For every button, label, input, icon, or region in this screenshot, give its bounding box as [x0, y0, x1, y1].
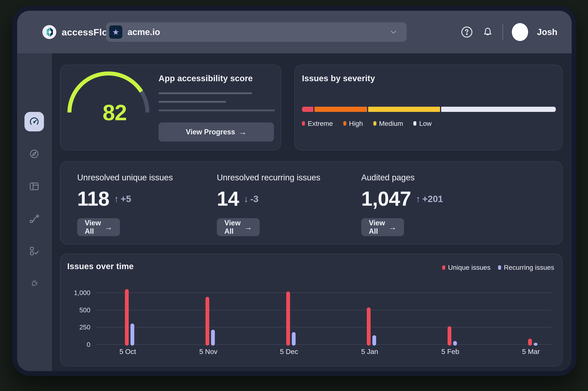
severity-segment-low	[441, 107, 556, 112]
route-icon	[29, 213, 40, 224]
bar-recurring-issues-5-Oct	[131, 323, 134, 346]
avatar[interactable]	[512, 23, 528, 41]
chart-legend: Unique issues Recurring issues	[442, 264, 554, 271]
project-name: acme.io	[128, 27, 389, 37]
arrow-right-icon: →	[388, 223, 396, 232]
bar-recurring-issues-5-Jan	[372, 335, 376, 346]
skeleton-line	[158, 101, 226, 103]
sidebar-item-pages[interactable]	[24, 177, 44, 196]
bar-unique-issues-5-Jan	[367, 307, 370, 346]
legend-label: Low	[419, 120, 432, 127]
stat-delta-value: +201	[422, 194, 443, 204]
view-all-label: View All	[85, 219, 101, 235]
stat-label: Unresolved recurring issues	[217, 173, 320, 182]
chart-legend-item-unique-issues: Unique issues	[442, 264, 491, 271]
stat-value: 14	[217, 187, 239, 210]
gauge-icon	[29, 116, 40, 127]
gridline-250	[96, 327, 551, 327]
project-selector[interactable]: ★ acme.io	[106, 22, 407, 42]
bar-unique-issues-5-Nov	[206, 297, 209, 346]
x-axis-tick-label: 5 Jan	[350, 348, 389, 356]
user-name: Josh	[537, 27, 557, 37]
stat-delta-value: -3	[250, 194, 258, 204]
stat-delta: ↑ +201	[416, 194, 443, 204]
sidebar-item-integrations[interactable]	[24, 274, 44, 293]
x-axis-tick-label: 5 Dec	[269, 348, 309, 356]
arrow-down-icon: ↓	[244, 194, 248, 204]
topbar-divider	[503, 23, 503, 41]
bar-unique-issues-5-Feb	[447, 326, 451, 346]
severity-legend-item-high: High	[343, 120, 363, 127]
y-axis-tick-label: 0	[65, 341, 90, 349]
accessflow-logo-icon	[42, 25, 57, 39]
gridline-0	[96, 344, 551, 345]
legend-label: Medium	[379, 120, 403, 127]
skeleton-line	[158, 92, 252, 94]
score-card-title: App accessibility score	[158, 74, 253, 83]
x-axis-tick-label: 5 Oct	[108, 348, 147, 356]
brand: accessFlow	[42, 11, 115, 53]
layout-icon	[29, 181, 40, 192]
sidebar-nav	[17, 53, 52, 371]
top-right-actions: Josh	[461, 11, 557, 53]
bar-recurring-issues-5-Mar	[534, 343, 537, 346]
severity-segment-medium	[368, 107, 440, 112]
legend-dot	[413, 121, 416, 126]
bar-chart-plot-area	[96, 287, 551, 346]
sidebar-item-flows[interactable]	[24, 209, 44, 229]
page-background: accessFlow ★ acme.io Josh	[0, 0, 588, 391]
gridline-500	[96, 310, 551, 310]
stat-label: Audited pages	[361, 173, 415, 182]
severity-card-title: Issues by severity	[302, 74, 375, 83]
legend-dot	[442, 265, 445, 270]
x-axis-tick-label: 5 Nov	[188, 348, 228, 356]
chevron-down-icon	[389, 27, 398, 37]
sidebar-item-explore[interactable]	[24, 144, 44, 164]
score-gauge: 82	[67, 71, 150, 116]
gridline-1000	[96, 293, 551, 293]
bar-recurring-issues-5-Feb	[453, 341, 457, 346]
x-axis-tick-label: 5 Feb	[431, 348, 470, 356]
legend-label: High	[349, 120, 363, 127]
bar-recurring-issues-5-Dec	[292, 332, 295, 346]
top-bar: accessFlow ★ acme.io Josh	[17, 11, 572, 53]
legend-label: Recurring issues	[504, 264, 554, 271]
arrow-right-icon: →	[104, 223, 112, 232]
y-axis-tick-label: 250	[65, 323, 90, 331]
stat-delta: ↑ +5	[114, 194, 131, 204]
severity-segment-high	[314, 107, 367, 112]
issues-by-severity-card: Issues by severity Extreme High Medium L…	[294, 65, 563, 150]
stat-label: Unresolved unique issues	[77, 173, 173, 182]
help-icon[interactable]	[461, 26, 473, 38]
stat-value: 1,047	[361, 187, 411, 210]
view-all-button[interactable]: View All →	[77, 218, 120, 236]
stat-value-row: 118 ↑ +5	[77, 187, 131, 210]
grid-check-icon	[29, 245, 40, 257]
stat-value-row: 1,047 ↑ +201	[361, 187, 443, 210]
severity-legend-item-low: Low	[413, 120, 432, 127]
stat-value-row: 14 ↓ -3	[217, 187, 258, 210]
arrow-up-icon: ↑	[416, 194, 420, 204]
view-progress-button[interactable]: View Progress →	[158, 122, 274, 142]
severity-stacked-bar	[302, 107, 556, 112]
view-all-button[interactable]: View All →	[361, 218, 404, 236]
view-all-label: View All	[224, 219, 240, 235]
x-axis-tick-label: 5 Mar	[511, 348, 551, 356]
notifications-bell-icon[interactable]	[482, 26, 494, 38]
bar-unique-issues-5-Dec	[286, 292, 290, 346]
y-axis-tick-label: 1,000	[65, 289, 90, 297]
legend-dot	[498, 265, 501, 270]
severity-segment-extreme	[302, 107, 313, 112]
bar-unique-issues-5-Oct	[125, 289, 129, 346]
view-all-button[interactable]: View All →	[217, 218, 260, 236]
skeleton-line	[158, 109, 275, 111]
chart-legend-item-recurring-issues: Recurring issues	[498, 264, 554, 271]
bar-recurring-issues-5-Nov	[211, 330, 215, 346]
project-star-icon: ★	[109, 25, 122, 39]
sidebar-item-dashboard[interactable]	[24, 112, 44, 131]
sidebar-item-audits[interactable]	[24, 241, 44, 261]
y-axis-tick-label: 500	[65, 306, 90, 314]
compass-icon	[29, 148, 40, 159]
arrow-up-icon: ↑	[114, 194, 119, 204]
score-value: 82	[95, 100, 135, 125]
